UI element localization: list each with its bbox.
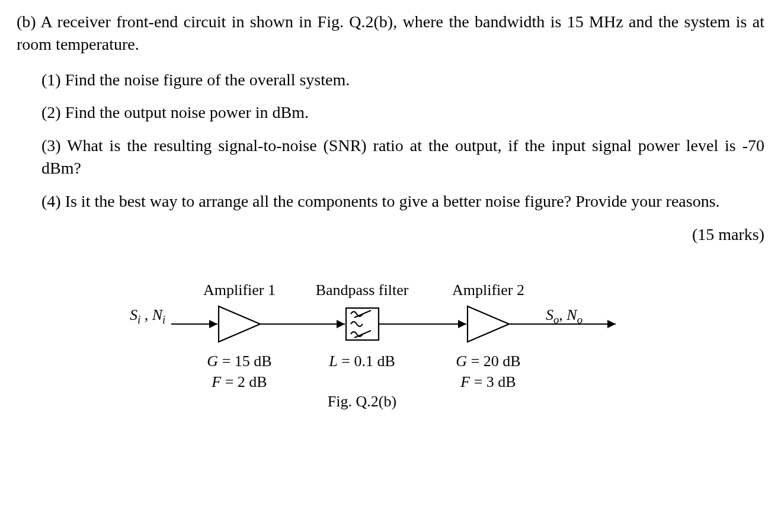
question-list: (1) Find the noise figure of the overall… (17, 69, 764, 213)
output-So-sym: S (546, 306, 553, 323)
figure-diagram: Amplifier 1 Bandpass filter Amplifier 2 … (148, 262, 633, 416)
amp2-specs: G = 20 dB F = 3 dB (456, 351, 520, 392)
input-Si-sym: S (130, 306, 137, 323)
bpf-specs: L = 0.1 dB (329, 351, 395, 371)
amp2-label: Amplifier 2 (452, 280, 524, 300)
svg-marker-4 (337, 320, 345, 328)
output-So-sub: o (553, 314, 559, 326)
input-sep: , (140, 306, 152, 323)
figure-wrap: Amplifier 1 Bandpass filter Amplifier 2 … (17, 262, 764, 416)
question-4: (4) Is it the best way to arrange all th… (41, 190, 764, 213)
page: (b) A receiver front-end circuit in show… (0, 0, 781, 532)
amp2-g-txt: = 20 dB (467, 352, 521, 370)
bpf-l-txt: = 0.1 dB (338, 352, 395, 370)
amp1-specs: G = 15 dB F = 2 dB (207, 351, 271, 392)
output-signal-label: So, No (546, 305, 582, 327)
svg-marker-2 (219, 306, 260, 342)
question-3: (3) What is the resulting signal-to-nois… (41, 134, 764, 180)
marks-label: (15 marks) (17, 223, 764, 246)
output-No-sym: N (566, 306, 577, 323)
svg-marker-10 (468, 306, 509, 342)
figure-caption: Fig. Q.2(b) (328, 391, 396, 412)
input-Ni-sym: N (152, 306, 162, 323)
output-sep: , (559, 306, 566, 323)
svg-marker-9 (458, 320, 466, 328)
intro-paragraph: (b) A receiver front-end circuit in show… (17, 11, 764, 56)
amp1-label: Amplifier 1 (203, 280, 276, 300)
output-No-sub: o (577, 314, 582, 326)
question-2: (2) Find the output noise power in dBm. (41, 101, 764, 124)
question-1: (1) Find the noise figure of the overall… (41, 69, 764, 91)
amp2-f-txt: = 3 dB (470, 373, 516, 390)
bpf-label: Bandpass filter (316, 280, 409, 300)
input-signal-label: Si , Ni (130, 305, 165, 327)
svg-marker-12 (607, 320, 616, 328)
input-Ni-sub: i (162, 314, 165, 326)
amp1-f-txt: = 2 dB (221, 373, 267, 390)
svg-marker-1 (209, 320, 217, 328)
amp1-g-txt: = 15 dB (218, 352, 272, 370)
